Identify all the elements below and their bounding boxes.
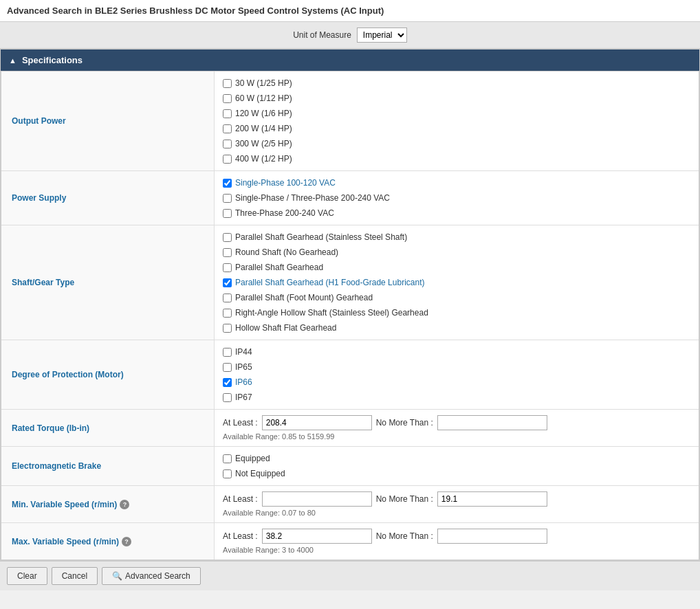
rated-torque-at-least-input[interactable] bbox=[262, 415, 372, 430]
shaft-parallel-checkbox[interactable] bbox=[223, 263, 232, 272]
protection-ip44-checkbox[interactable] bbox=[223, 348, 232, 357]
shaft-hollow-flat-checkbox[interactable] bbox=[223, 324, 232, 333]
min-variable-speed-range-note: Available Range: 0.07 to 80 bbox=[223, 509, 690, 517]
electromagnetic-brake-not-equipped-label[interactable]: Not Equipped bbox=[235, 469, 285, 478]
min-variable-speed-inputs: At Least : No More Than : bbox=[223, 491, 690, 507]
clear-button[interactable]: Clear bbox=[7, 567, 47, 585]
shaft-parallel-foot-mount-label[interactable]: Parallel Shaft (Foot Mount) Gearhead bbox=[235, 293, 373, 302]
footer-bar: Clear Cancel 🔍 Advanced Search bbox=[0, 561, 700, 590]
spec-row-power-supply: Power Supply Single-Phase 100-120 VAC Si… bbox=[1, 171, 699, 225]
electromagnetic-brake-equipped-label[interactable]: Equipped bbox=[235, 454, 270, 463]
max-variable-speed-label: Max. Variable Speed (r/min) ? bbox=[1, 523, 215, 560]
output-power-120w-checkbox[interactable] bbox=[223, 109, 232, 118]
rated-torque-at-least-label: At Least : bbox=[223, 418, 258, 428]
protection-ip66-label[interactable]: IP66 bbox=[235, 377, 252, 387]
rated-torque-label: Rated Torque (lb-in) bbox=[1, 410, 215, 446]
shaft-parallel-foot-mount-checkbox[interactable] bbox=[223, 294, 232, 302]
protection-ip44-label[interactable]: IP44 bbox=[235, 347, 252, 357]
rated-torque-options: At Least : No More Than : Available Rang… bbox=[215, 410, 699, 446]
power-supply-single-three-checkbox[interactable] bbox=[223, 194, 232, 203]
protection-ip65-checkbox[interactable] bbox=[223, 363, 232, 372]
min-variable-speed-help-icon[interactable]: ? bbox=[120, 500, 129, 509]
shaft-gear-type-label: Shaft/Gear Type bbox=[1, 225, 215, 340]
list-item: Round Shaft (No Gearhead) bbox=[223, 246, 690, 258]
spec-row-output-power: Output Power 30 W (1/25 HP) 60 W (1/12 H… bbox=[1, 71, 699, 171]
output-power-400w-checkbox[interactable] bbox=[223, 155, 232, 164]
shaft-right-angle-label[interactable]: Right-Angle Hollow Shaft (Stainless Stee… bbox=[235, 308, 428, 318]
rated-torque-no-more-input[interactable] bbox=[437, 415, 547, 430]
max-variable-speed-range: At Least : No More Than : Available Rang… bbox=[223, 529, 690, 554]
protection-ip66-checkbox[interactable] bbox=[223, 378, 232, 387]
power-supply-three-label[interactable]: Three-Phase 200-240 VAC bbox=[235, 208, 334, 218]
protection-ip65-label[interactable]: IP65 bbox=[235, 362, 252, 372]
spec-row-shaft-gear-type: Shaft/Gear Type Parallel Shaft Gearhead … bbox=[1, 225, 699, 340]
shaft-round-label[interactable]: Round Shaft (No Gearhead) bbox=[235, 247, 338, 257]
rated-torque-range: At Least : No More Than : Available Rang… bbox=[223, 415, 690, 441]
output-power-200w-label[interactable]: 200 W (1/4 HP) bbox=[235, 124, 292, 133]
output-power-400w-label[interactable]: 400 W (1/2 HP) bbox=[235, 154, 292, 164]
max-variable-speed-no-more-label: No More Than : bbox=[376, 531, 433, 541]
specifications-header[interactable]: ▲ Specifications bbox=[1, 49, 699, 71]
protection-ip67-checkbox[interactable] bbox=[223, 393, 232, 402]
list-item: 300 W (2/5 HP) bbox=[223, 137, 690, 150]
max-variable-speed-help-icon[interactable]: ? bbox=[122, 537, 131, 546]
electromagnetic-brake-equipped-checkbox[interactable] bbox=[223, 454, 232, 463]
list-item: IP65 bbox=[223, 361, 690, 373]
max-variable-speed-inputs: At Least : No More Than : bbox=[223, 529, 690, 544]
output-power-options: 30 W (1/25 HP) 60 W (1/12 HP) 120 W (1/6… bbox=[215, 71, 699, 170]
list-item: Three-Phase 200-240 VAC bbox=[223, 207, 690, 219]
search-icon: 🔍 bbox=[112, 571, 122, 581]
list-item: 30 W (1/25 HP) bbox=[223, 77, 690, 89]
output-power-120w-label[interactable]: 120 W (1/6 HP) bbox=[235, 109, 292, 118]
shaft-parallel-stainless-checkbox[interactable] bbox=[223, 233, 232, 242]
electromagnetic-brake-options: Equipped Not Equipped bbox=[215, 447, 699, 485]
shaft-right-angle-checkbox[interactable] bbox=[223, 309, 232, 318]
unit-measure-label: Unit of Measure bbox=[293, 30, 351, 40]
degree-of-protection-label: Degree of Protection (Motor) bbox=[1, 340, 215, 409]
shaft-parallel-label[interactable]: Parallel Shaft Gearhead bbox=[235, 263, 323, 272]
rated-torque-range-note: Available Range: 0.85 to 5159.99 bbox=[223, 432, 690, 441]
output-power-30w-label[interactable]: 30 W (1/25 HP) bbox=[235, 78, 292, 88]
min-variable-speed-at-least-input[interactable] bbox=[262, 491, 372, 507]
output-power-60w-checkbox[interactable] bbox=[223, 94, 232, 103]
output-power-60w-label[interactable]: 60 W (1/12 HP) bbox=[235, 93, 292, 103]
list-item: Right-Angle Hollow Shaft (Stainless Stee… bbox=[223, 307, 690, 319]
shaft-gear-type-options: Parallel Shaft Gearhead (Stainless Steel… bbox=[215, 225, 699, 340]
max-variable-speed-at-least-input[interactable] bbox=[262, 529, 372, 544]
max-variable-speed-no-more-input[interactable] bbox=[437, 529, 547, 544]
shaft-parallel-food-grade-label[interactable]: Parallel Shaft Gearhead (H1 Food-Grade L… bbox=[235, 278, 424, 287]
electromagnetic-brake-label: Electromagnetic Brake bbox=[1, 447, 215, 485]
power-supply-three-checkbox[interactable] bbox=[223, 209, 232, 218]
electromagnetic-brake-not-equipped-checkbox[interactable] bbox=[223, 469, 232, 478]
power-supply-single-100-label[interactable]: Single-Phase 100-120 VAC bbox=[235, 178, 336, 188]
min-variable-speed-label: Min. Variable Speed (r/min) ? bbox=[1, 486, 215, 522]
max-variable-speed-range-note: Available Range: 3 to 4000 bbox=[223, 546, 690, 554]
shaft-round-checkbox[interactable] bbox=[223, 248, 232, 257]
list-item: Not Equipped bbox=[223, 467, 690, 480]
cancel-button[interactable]: Cancel bbox=[52, 567, 98, 585]
output-power-label: Output Power bbox=[1, 71, 215, 170]
specifications-content: Output Power 30 W (1/25 HP) 60 W (1/12 H… bbox=[1, 71, 699, 560]
spec-row-rated-torque: Rated Torque (lb-in) At Least : No More … bbox=[1, 410, 699, 447]
protection-ip67-label[interactable]: IP67 bbox=[235, 392, 252, 402]
min-variable-speed-no-more-input[interactable] bbox=[437, 491, 547, 507]
unit-measure-select[interactable]: Imperial Metric bbox=[357, 27, 407, 43]
list-item: 200 W (1/4 HP) bbox=[223, 122, 690, 135]
list-item: Single-Phase / Three-Phase 200-240 VAC bbox=[223, 192, 690, 204]
shaft-hollow-flat-label[interactable]: Hollow Shaft Flat Gearhead bbox=[235, 323, 336, 333]
shaft-parallel-food-grade-checkbox[interactable] bbox=[223, 278, 232, 287]
output-power-30w-checkbox[interactable] bbox=[223, 79, 232, 88]
output-power-300w-label[interactable]: 300 W (2/5 HP) bbox=[235, 139, 292, 148]
output-power-300w-checkbox[interactable] bbox=[223, 140, 232, 148]
max-variable-speed-at-least-label: At Least : bbox=[223, 531, 258, 541]
output-power-200w-checkbox[interactable] bbox=[223, 124, 232, 133]
power-supply-single-three-label[interactable]: Single-Phase / Three-Phase 200-240 VAC bbox=[235, 193, 390, 203]
list-item: 400 W (1/2 HP) bbox=[223, 153, 690, 165]
list-item: IP66 bbox=[223, 376, 690, 388]
collapse-icon: ▲ bbox=[9, 56, 17, 65]
advanced-search-button[interactable]: 🔍 Advanced Search bbox=[102, 567, 201, 585]
spec-row-electromagnetic-brake: Electromagnetic Brake Equipped Not Equip… bbox=[1, 447, 699, 486]
power-supply-single-100-checkbox[interactable] bbox=[223, 179, 232, 188]
shaft-parallel-stainless-label[interactable]: Parallel Shaft Gearhead (Stainless Steel… bbox=[235, 232, 407, 242]
rated-torque-inputs: At Least : No More Than : bbox=[223, 415, 690, 430]
